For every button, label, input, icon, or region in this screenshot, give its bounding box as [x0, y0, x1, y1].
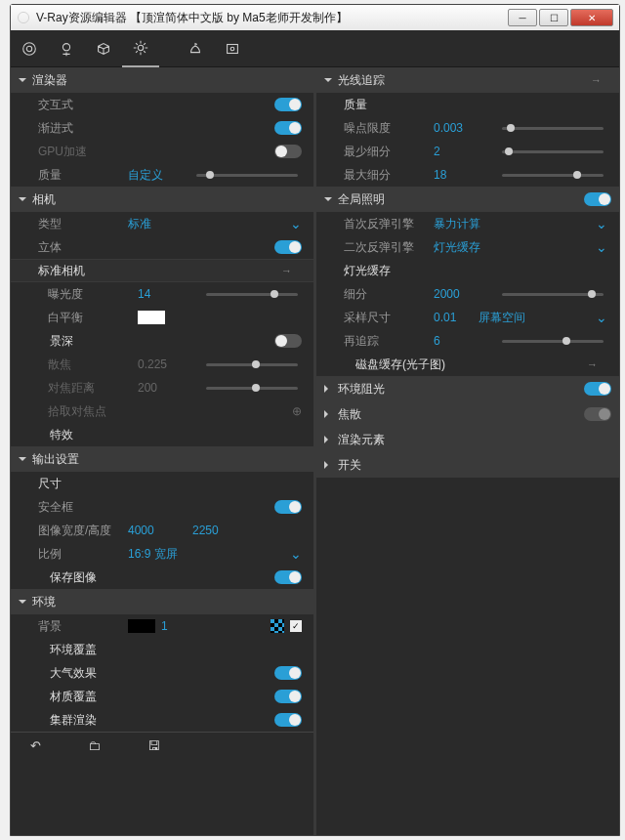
label-dims: 图像宽度/高度 — [38, 523, 122, 539]
tab-lights-icon[interactable] — [48, 30, 85, 67]
slider-max-sub[interactable] — [502, 174, 604, 177]
section-caustics[interactable]: 焦散 — [316, 401, 619, 427]
chevron-down-icon[interactable]: ⌄ — [290, 546, 302, 562]
sub-cluster[interactable]: 集群渲染 — [11, 708, 313, 732]
label-noise: 噪点限度 — [344, 120, 428, 137]
tab-render-icon[interactable] — [177, 30, 214, 67]
section-gi[interactable]: 全局照明 — [316, 187, 619, 212]
toggle-save[interactable] — [274, 570, 302, 584]
ratio-value[interactable]: 16:9 宽屏 — [128, 546, 178, 563]
height-value[interactable]: 2250 — [192, 524, 251, 537]
toggle-gi[interactable] — [584, 192, 611, 206]
label-rt-quality: 质量 — [344, 97, 428, 113]
subdiv-value[interactable]: 2000 — [434, 287, 492, 301]
bg-value[interactable]: 1 — [161, 619, 185, 633]
titlebar[interactable]: V-Ray资源编辑器 【顶渲简体中文版 by Ma5老师开发制作】 ─ ☐ ✕ — [11, 5, 619, 30]
window-title: V-Ray资源编辑器 【顶渲简体中文版 by Ma5老师开发制作】 — [36, 10, 348, 26]
tab-framebuffer-icon[interactable] — [214, 30, 251, 67]
exposure-value[interactable]: 14 — [138, 287, 196, 301]
wb-swatch[interactable] — [138, 311, 165, 324]
label-stereo: 立体 — [38, 239, 122, 256]
close-button[interactable]: ✕ — [570, 9, 613, 26]
max-sub-value[interactable]: 18 — [434, 168, 492, 182]
section-ao[interactable]: 环境阻光 — [316, 376, 619, 401]
sub-mat-override[interactable]: 材质覆盖 — [11, 685, 313, 708]
sub-env-override[interactable]: 环境覆盖 — [11, 638, 313, 661]
sample-value[interactable]: 0.01 — [434, 311, 473, 324]
toggle-interactive[interactable] — [274, 98, 302, 111]
svg-point-1 — [23, 42, 36, 55]
chevron-down-icon[interactable]: ⌄ — [596, 239, 607, 255]
retrace-value[interactable]: 6 — [434, 334, 492, 348]
label-retrace: 再追踪 — [344, 333, 428, 350]
toggle-cluster[interactable] — [274, 713, 302, 727]
section-switches[interactable]: 开关 — [316, 452, 619, 478]
toggle-caustics[interactable] — [584, 407, 611, 421]
toggle-atmo[interactable] — [274, 666, 302, 680]
chevron-down-icon[interactable]: ⌄ — [596, 216, 607, 231]
section-renderer[interactable]: 渲染器 — [11, 67, 313, 93]
bg-checkbox[interactable]: ✓ — [290, 620, 302, 632]
primary-value[interactable]: 暴力计算 — [434, 216, 480, 232]
section-env[interactable]: 环境 — [11, 589, 313, 614]
section-raytrace[interactable]: 光线追踪→ — [316, 67, 619, 93]
tab-materials-icon[interactable] — [11, 30, 48, 67]
toggle-mat-override[interactable] — [274, 690, 302, 703]
toggle-ao[interactable] — [584, 382, 611, 396]
sub-atmo[interactable]: 大气效果 — [11, 661, 313, 685]
slider-retrace[interactable] — [502, 340, 604, 343]
quality-value[interactable]: 自定义 — [128, 167, 187, 184]
tab-geometry-icon[interactable] — [85, 30, 122, 67]
maximize-button[interactable]: ☐ — [539, 9, 568, 26]
bg-swatch[interactable] — [128, 619, 155, 633]
toggle-dof[interactable] — [274, 334, 302, 348]
width-value[interactable]: 4000 — [128, 524, 187, 537]
minimize-button[interactable]: ─ — [508, 9, 537, 26]
arrow-right-icon: → — [587, 358, 607, 370]
cam-type-value[interactable]: 标准 — [128, 216, 187, 232]
chevron-down-icon[interactable]: ⌄ — [596, 310, 607, 325]
section-output[interactable]: 输出设置 — [11, 446, 313, 472]
sub-save-image[interactable]: 保存图像 — [11, 566, 313, 589]
arrow-right-icon: → — [281, 265, 302, 276]
label-subdiv: 细分 — [344, 286, 428, 303]
chevron-down-icon[interactable]: ⌄ — [290, 216, 302, 231]
top-tabs — [11, 30, 619, 67]
label-exposure: 曝光度 — [48, 286, 132, 303]
label-size: 尺寸 — [38, 476, 122, 492]
slider-quality[interactable] — [196, 174, 298, 177]
toggle-stereo[interactable] — [274, 240, 302, 254]
sample-mode[interactable]: 屏幕空间 — [479, 310, 525, 326]
sub-diskcache[interactable]: 磁盘缓存(光子图)→ — [316, 353, 619, 376]
svg-point-4 — [138, 45, 143, 50]
folder-icon[interactable]: 🗀 — [88, 738, 101, 753]
right-column: 光线追踪→ 质量 噪点限度0.003 最少细分2 最大细分18 全局照明 首次反… — [316, 67, 619, 835]
label-wb: 白平衡 — [48, 310, 132, 326]
undo-icon[interactable]: ↶ — [30, 738, 41, 753]
slider-subdiv[interactable] — [502, 293, 604, 296]
toggle-progressive[interactable] — [274, 121, 302, 135]
secondary-value[interactable]: 灯光缓存 — [434, 239, 480, 256]
label-progressive: 渐进式 — [38, 120, 122, 137]
left-column: 渲染器 交互式 渐进式 GPU加速 质量自定义 相机 类型标准⌄ 立体 标准相机… — [11, 67, 313, 835]
bg-texture-slot[interactable] — [271, 619, 284, 633]
sub-dof[interactable]: 景深 — [11, 329, 313, 353]
svg-rect-5 — [228, 44, 238, 53]
label-pick-focus: 拾取对焦点 — [48, 403, 132, 420]
section-render-elem[interactable]: 渲染元素 — [316, 427, 619, 452]
slider-exposure[interactable] — [206, 293, 298, 296]
slider-noise[interactable] — [502, 127, 604, 130]
sub-std-camera[interactable]: 标准相机→ — [11, 259, 313, 282]
label-safe: 安全框 — [38, 499, 122, 516]
slider-min-sub[interactable] — [502, 150, 604, 153]
noise-value[interactable]: 0.003 — [434, 121, 492, 135]
label-secondary: 二次反弹引擎 — [344, 239, 428, 256]
toggle-safe[interactable] — [274, 500, 302, 514]
save-icon[interactable]: 🖫 — [147, 738, 160, 753]
section-camera[interactable]: 相机 — [11, 187, 313, 212]
sub-fx[interactable]: 特效 — [11, 423, 313, 446]
min-sub-value[interactable]: 2 — [434, 145, 492, 158]
tab-settings-icon[interactable] — [122, 30, 159, 67]
label-ratio: 比例 — [38, 546, 122, 563]
toggle-gpu — [274, 145, 302, 158]
